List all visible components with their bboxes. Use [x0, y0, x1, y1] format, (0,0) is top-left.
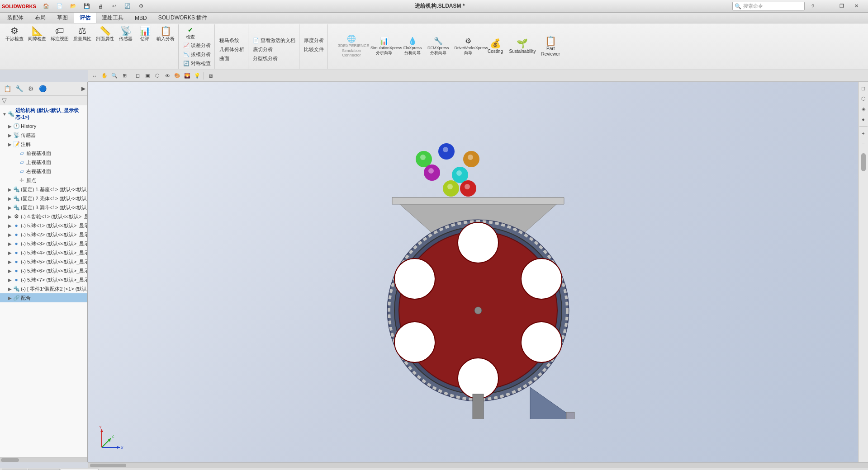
ball7-expand[interactable]: ▶	[7, 277, 13, 282]
sensor-btn[interactable]: 📡 传感器	[117, 25, 135, 42]
left-panel-hscroll[interactable]	[0, 457, 87, 462]
tree-item-ball4[interactable]: ▶ ● (-) 5.球<4> (默认<<默认>_显示状	[0, 248, 87, 257]
minimize-btn[interactable]: —	[821, 1, 834, 11]
edit-appear-btn[interactable]: 🎨	[173, 71, 182, 80]
check-btn[interactable]: ✔ 检查	[181, 25, 199, 41]
tree-item-funnel[interactable]: ▶ 🔩 (固定) 3.漏斗<1> (默认<<默认>_显	[0, 203, 87, 212]
evaluate-btn[interactable]: 📊 估评	[136, 25, 154, 42]
hide-show-btn[interactable]: 👁	[163, 71, 172, 80]
tree-item-sensor[interactable]: ▶ 📡 传感器	[0, 131, 87, 140]
deviation-analysis-btn[interactable]: 📈 误差分析	[181, 41, 213, 50]
costing-btn[interactable]: 💰 Costing	[485, 25, 506, 68]
tree-item-front-plane[interactable]: ▱ 前视基准面	[0, 149, 87, 158]
sustainability-btn[interactable]: 🌱 Sustainability	[508, 25, 538, 68]
symmetry-check-btn[interactable]: 🔄 对称检查	[181, 59, 213, 68]
annot-expander[interactable]: ▶	[7, 141, 13, 147]
view-front-btn[interactable]: ◻	[859, 84, 868, 93]
view-display-btn[interactable]: ⬡	[153, 71, 162, 80]
main-hscrollbar[interactable]	[88, 462, 868, 468]
3dexperience-btn[interactable]: 🌐 3DEXPERIENCESimulationConnector	[336, 25, 367, 68]
tab-layout[interactable]: 布局	[29, 13, 52, 23]
annotation-view-btn[interactable]: 🏷 标注视图	[49, 25, 71, 42]
root-expander[interactable]: ▼	[2, 111, 7, 117]
tree-item-ball2[interactable]: ▶ ● (-) 5.球<2> (默认<<默认>_显示状	[0, 230, 87, 239]
interference-check-btn[interactable]: ⚙ 干涉检查	[4, 25, 25, 42]
v-scrollbar[interactable]	[861, 153, 866, 461]
sensor-expander[interactable]: ▶	[7, 132, 13, 138]
curvature-btn[interactable]: 曲面	[218, 54, 246, 63]
view-wireframe-btn[interactable]: ◈	[859, 104, 868, 113]
tree-item-right-plane[interactable]: ▱ 右视基准面	[0, 167, 87, 176]
hscroll-main-thumb[interactable]	[90, 464, 126, 467]
search-bar[interactable]: 🔍 搜索命令	[732, 2, 805, 10]
rebuild-btn[interactable]: 🔄	[121, 1, 134, 11]
subasm-expand[interactable]: ▶	[7, 286, 13, 291]
tree-item-mates[interactable]: ▶ 🔗 配合	[0, 293, 87, 302]
shell-expand[interactable]: ▶	[7, 196, 13, 201]
tree-item-shell[interactable]: ▶ 🔩 (固定) 2.壳体<1> (默认<<默认>_显	[0, 194, 87, 203]
tree-item-top-plane[interactable]: ▱ 上视基准面	[0, 158, 87, 167]
help-btn[interactable]: ?	[806, 1, 819, 11]
tree-item-ball6[interactable]: ▶ ● (-) 5.球<6> (默认<<默认>_显示状	[0, 266, 87, 275]
base-expand[interactable]: ▶	[7, 187, 13, 192]
close-btn[interactable]: ✕	[850, 1, 863, 11]
activate-doc-btn[interactable]: 📄 查看激活的文档	[251, 36, 297, 45]
rotate-btn[interactable]: ↔	[90, 71, 99, 80]
funnel-expand[interactable]: ▶	[7, 205, 13, 210]
view-perspective-btn[interactable]: ⬡	[859, 94, 868, 103]
simulation-xpress-btn[interactable]: 📊 SimulationXpress分析向导	[369, 25, 399, 68]
view-orient-btn[interactable]: ◻	[133, 71, 142, 80]
tab-tools[interactable]: 遭处工具	[96, 13, 129, 23]
scene-btn[interactable]: 🌄	[183, 71, 192, 80]
draft-analysis-btn[interactable]: 📉 拔模分析	[181, 50, 213, 59]
gear-expand[interactable]: ▶	[7, 214, 13, 219]
ball4-expand[interactable]: ▶	[7, 250, 13, 255]
tree-item-origin[interactable]: ✛ 原点	[0, 176, 87, 185]
tree-item-ball5[interactable]: ▶ ● (-) 5.球<5> (默认<<默认>_显示状	[0, 257, 87, 266]
tab-assemble[interactable]: 装配体	[2, 13, 29, 23]
view-settings-btn[interactable]: 💡	[193, 71, 202, 80]
save-btn[interactable]: 💾	[81, 1, 93, 11]
home-btn[interactable]: 🏠	[40, 1, 52, 11]
compare-files-btn[interactable]: 比较文件	[302, 45, 326, 54]
tree-item-ball1[interactable]: ▶ ● (-) 5.球<1> (默认<<默认>_显示状	[0, 221, 87, 230]
tree-item-gear[interactable]: ▶ ⚙ (-) 4.齿轮<1> (默认<<默认>_显示状	[0, 212, 87, 221]
tab-sketch[interactable]: 草图	[52, 13, 74, 23]
property-manager-btn[interactable]: 🔧	[14, 83, 24, 94]
feature-manager-btn[interactable]: 📋	[2, 83, 13, 94]
ball3-expand[interactable]: ▶	[7, 241, 13, 246]
config-manager-btn[interactable]: ⚙	[25, 83, 36, 94]
tree-item-base[interactable]: ▶ 🔩 (固定) 1.基座<1> (默认<<默认>_显	[0, 185, 87, 194]
options-btn[interactable]: ⚙	[135, 1, 147, 11]
tree-item-subasm[interactable]: ▶ 🔩 (-) [ 零件1^装配体2 ]<1> (默认<<	[0, 284, 87, 293]
view-section-btn[interactable]: ▣	[143, 71, 152, 80]
view-zoom-out-btn[interactable]: −	[859, 139, 868, 148]
hscroll-thumb[interactable]	[1, 458, 19, 462]
geometry-analysis-btn[interactable]: 几何体分析	[218, 45, 246, 54]
ball6-expand[interactable]: ▶	[7, 268, 13, 273]
pan-btn[interactable]: ✋	[100, 71, 109, 80]
3d-viewport[interactable]: X Y Z ◻ ⬡ ◈ ● + −	[88, 82, 868, 462]
floxpress-btn[interactable]: 💧 FloXpress分析向导	[401, 25, 424, 68]
new-btn[interactable]: 📄	[53, 1, 66, 11]
tree-item-ball3[interactable]: ▶ ● (-) 5.球<3> (默认<<默认>_显示状	[0, 239, 87, 248]
undercut-analysis-btn[interactable]: 底切分析	[251, 45, 297, 54]
ball2-expand[interactable]: ▶	[7, 232, 13, 237]
zebra-stripes-btn[interactable]: 秘马条纹	[218, 36, 246, 45]
tree-item-annotation[interactable]: ▶ 📝 注解	[0, 140, 87, 149]
open-btn[interactable]: 📂	[67, 1, 80, 11]
view-zoom-in-btn[interactable]: +	[859, 129, 868, 138]
tab-mbd[interactable]: MBD	[129, 13, 153, 23]
thickness-analysis-btn[interactable]: 厚度分析	[302, 36, 326, 45]
display-settings-btn[interactable]: 🖥	[206, 71, 215, 80]
tree-item-ball7[interactable]: ▶ ● (-) 5.球<7> (默认<<默认>_显示状	[0, 275, 87, 284]
mass-props-btn[interactable]: ⚖ 质量属性	[71, 25, 93, 42]
zoom-btn[interactable]: 🔍	[110, 71, 119, 80]
input-search-btn[interactable]: 📋 输入分析	[155, 25, 176, 42]
parting-line-btn[interactable]: 分型线分析	[251, 54, 297, 63]
tab-plugins[interactable]: SOLIDWORKS 插件	[153, 13, 213, 23]
dfmxpress-btn[interactable]: 🔧 DFMXpress分析向导	[426, 25, 451, 68]
tree-root[interactable]: ▼ 🔩 进给机构 (默认<默认_显示状态-1>)	[0, 106, 87, 122]
tree-area[interactable]: ▼ 🔩 进给机构 (默认<默认_显示状态-1>) ▶ 🕐 History ▶ 📡…	[0, 105, 87, 457]
panel-expand-btn[interactable]: ▶	[81, 85, 85, 92]
